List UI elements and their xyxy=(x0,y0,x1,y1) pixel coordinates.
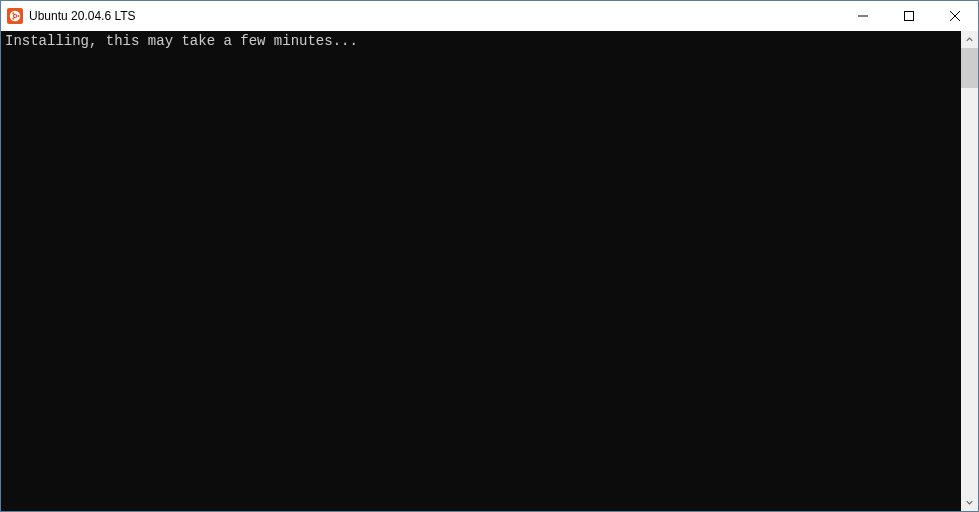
titlebar-left: Ubuntu 20.04.6 LTS xyxy=(7,8,136,24)
terminal-area: Installing, this may take a few minutes.… xyxy=(1,31,978,511)
svg-point-3 xyxy=(12,12,14,14)
scroll-down-button[interactable] xyxy=(961,494,978,511)
close-button[interactable] xyxy=(932,1,978,31)
vertical-scrollbar[interactable] xyxy=(961,31,978,511)
chevron-down-icon xyxy=(966,499,973,506)
maximize-icon xyxy=(904,11,914,21)
minimize-icon xyxy=(858,11,868,21)
svg-point-2 xyxy=(17,15,19,17)
minimize-button[interactable] xyxy=(840,1,886,31)
chevron-up-icon xyxy=(966,36,973,43)
window-controls xyxy=(840,1,978,31)
close-icon xyxy=(950,11,960,21)
window-titlebar: Ubuntu 20.04.6 LTS xyxy=(1,1,978,31)
scroll-up-button[interactable] xyxy=(961,31,978,48)
terminal-content[interactable]: Installing, this may take a few minutes.… xyxy=(1,31,961,511)
svg-point-4 xyxy=(12,18,14,20)
scroll-thumb[interactable] xyxy=(961,48,978,88)
maximize-button[interactable] xyxy=(886,1,932,31)
ubuntu-icon xyxy=(7,8,23,24)
window-title: Ubuntu 20.04.6 LTS xyxy=(29,9,136,23)
scroll-track[interactable] xyxy=(961,48,978,494)
svg-rect-6 xyxy=(905,12,914,21)
terminal-line: Installing, this may take a few minutes.… xyxy=(5,33,358,49)
